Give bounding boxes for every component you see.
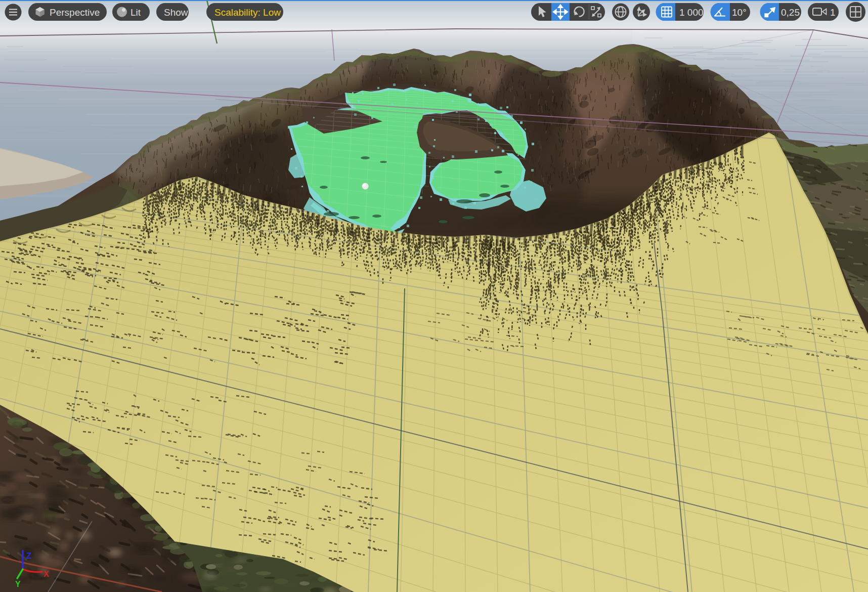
svg-text:X: X <box>44 570 49 578</box>
svg-text:Perspective: Perspective <box>50 7 100 18</box>
svg-text:Show: Show <box>164 7 188 18</box>
svg-text:Y: Y <box>15 580 21 588</box>
svg-text:1 000: 1 000 <box>679 7 704 18</box>
svg-text:Scalability: Low: Scalability: Low <box>214 7 281 18</box>
svg-text:0,25: 0,25 <box>781 7 800 18</box>
svg-text:1: 1 <box>830 7 836 18</box>
svg-text:Lit: Lit <box>131 7 141 18</box>
svg-text:10°: 10° <box>732 7 747 18</box>
svg-text:Z: Z <box>26 551 31 561</box>
